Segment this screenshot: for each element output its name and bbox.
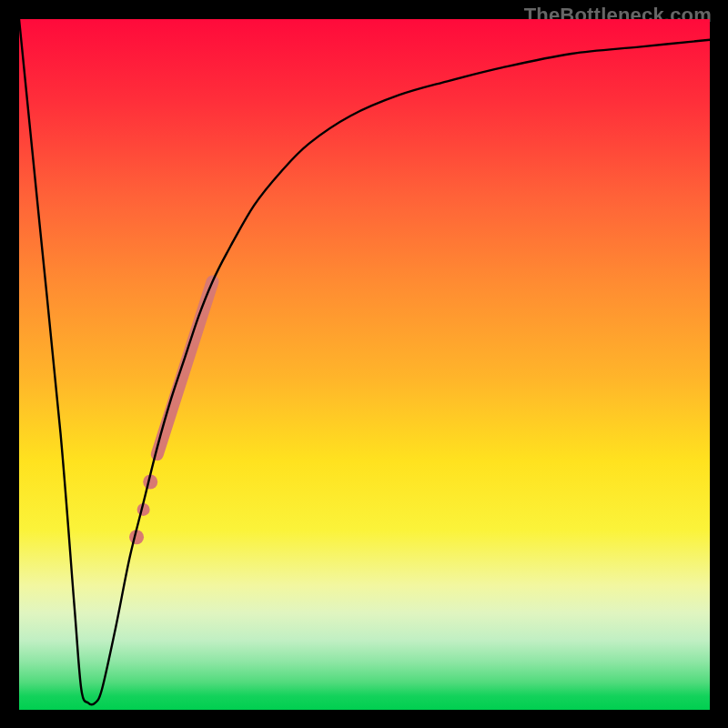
chart-frame: TheBottleneck.com <box>0 0 728 728</box>
bottleneck-curve <box>19 19 710 704</box>
highlight-segment <box>157 281 213 454</box>
plot-area <box>19 19 710 710</box>
curve-svg <box>19 19 710 710</box>
